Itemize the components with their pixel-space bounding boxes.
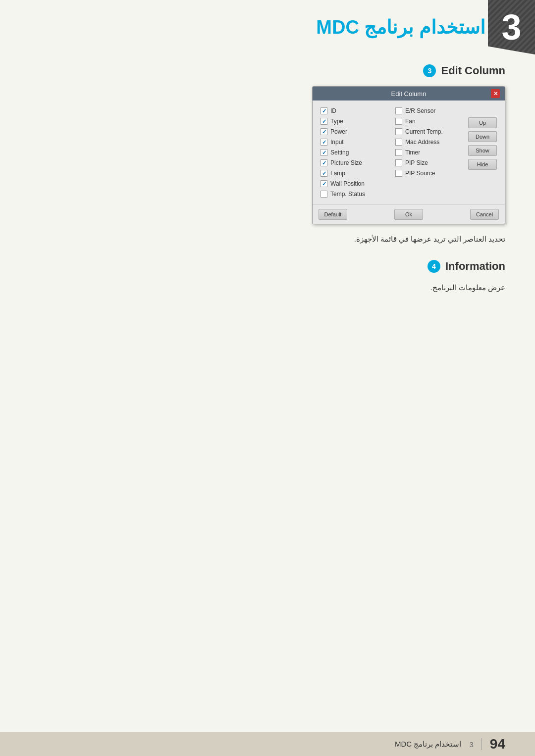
- hide-button[interactable]: Hide: [468, 159, 497, 170]
- right-column: E/R Sensor Fan Current Temp. Mac Ad: [395, 107, 463, 198]
- dialog-footer: Default Ok Cancel: [313, 204, 505, 224]
- checkbox-lamp[interactable]: Lamp: [321, 170, 388, 177]
- checkbox-er-sensor-box[interactable]: [395, 107, 402, 114]
- dialog-body: ID Type Power Input: [313, 101, 505, 202]
- dialog-title: Edit Column: [326, 90, 491, 98]
- checkbox-wall-position[interactable]: Wall Position: [321, 180, 388, 187]
- chapter-number: 3: [501, 9, 521, 45]
- checkbox-wall-position-label: Wall Position: [330, 180, 365, 187]
- footer-chapter-num: 3: [470, 740, 474, 749]
- checkbox-er-sensor-label: E/R Sensor: [405, 107, 435, 114]
- edit-column-dialog: Edit Column ✕ ID Type: [312, 86, 505, 224]
- checkbox-power-box[interactable]: [321, 128, 327, 135]
- checkbox-mac-address-label: Mac Address: [405, 139, 439, 146]
- default-button[interactable]: Default: [319, 209, 347, 220]
- dialog-close-button[interactable]: ✕: [491, 89, 500, 98]
- chapter-badge: 3: [488, 0, 535, 54]
- side-buttons: Up Down Show Hide: [468, 107, 497, 198]
- checkbox-temp-status[interactable]: Temp. Status: [321, 191, 388, 198]
- checkbox-timer-box[interactable]: [395, 149, 402, 156]
- checkbox-pip-size[interactable]: PIP Size: [395, 159, 463, 166]
- dialog-titlebar: Edit Column ✕: [313, 87, 505, 101]
- checkbox-picture-size[interactable]: Picture Size: [321, 159, 388, 166]
- checkbox-input-label: Input: [330, 139, 344, 146]
- information-description: عرض معلومات البرنامج.: [30, 282, 505, 294]
- ok-button[interactable]: Ok: [394, 209, 423, 220]
- checkbox-mac-address[interactable]: Mac Address: [395, 139, 463, 146]
- up-button[interactable]: Up: [468, 117, 497, 128]
- checkbox-fan-box[interactable]: [395, 118, 402, 125]
- left-column: ID Type Power Input: [321, 107, 388, 198]
- checkbox-fan-label: Fan: [405, 118, 416, 125]
- checkbox-type-label: Type: [330, 118, 343, 125]
- checkbox-temp-status-box[interactable]: [321, 191, 327, 198]
- checkbox-setting[interactable]: Setting: [321, 149, 388, 156]
- checkbox-input-box[interactable]: [321, 139, 327, 146]
- checkbox-id[interactable]: ID: [321, 107, 388, 114]
- checkbox-type[interactable]: Type: [321, 118, 388, 125]
- information-title: Information: [445, 260, 505, 273]
- page-footer: استخدام برنامج MDC 3 94: [0, 732, 535, 756]
- checkbox-setting-label: Setting: [330, 149, 349, 156]
- checkbox-fan[interactable]: Fan: [395, 118, 463, 125]
- checkbox-lamp-label: Lamp: [330, 170, 345, 177]
- footer-chapter-text: استخدام برنامج MDC: [395, 740, 462, 749]
- checkbox-er-sensor[interactable]: E/R Sensor: [395, 107, 463, 114]
- checkbox-power-label: Power: [330, 128, 347, 135]
- checkbox-power[interactable]: Power: [321, 128, 388, 135]
- checkbox-current-temp-label: Current Temp.: [405, 128, 443, 135]
- checkbox-id-label: ID: [330, 107, 336, 114]
- checkbox-current-temp[interactable]: Current Temp.: [395, 128, 463, 135]
- checkbox-input[interactable]: Input: [321, 139, 388, 146]
- information-section: 4 Information عرض معلومات البرنامج.: [30, 260, 505, 294]
- checkbox-mac-address-box[interactable]: [395, 139, 402, 146]
- checkbox-timer[interactable]: Timer: [395, 149, 463, 156]
- checkbox-wall-position-box[interactable]: [321, 180, 327, 187]
- checkbox-picture-size-box[interactable]: [321, 159, 327, 166]
- edit-column-title: Edit Column: [441, 64, 505, 77]
- dialog-container: Edit Column ✕ ID Type: [30, 86, 505, 224]
- checkbox-pip-size-box[interactable]: [395, 159, 402, 166]
- checkbox-lamp-box[interactable]: [321, 170, 327, 177]
- main-content: 3 Edit Column Edit Column ✕ ID: [0, 54, 535, 338]
- show-button[interactable]: Show: [468, 145, 497, 156]
- information-badge: 4: [428, 260, 440, 273]
- checkbox-setting-box[interactable]: [321, 149, 327, 156]
- checkbox-pip-size-label: PIP Size: [405, 159, 428, 166]
- dialog-columns: ID Type Power Input: [321, 107, 463, 198]
- footer-page-number: 94: [490, 736, 505, 752]
- header-title: استخدام برنامج MDC: [316, 16, 485, 38]
- checkbox-pip-source[interactable]: PIP Source: [395, 170, 463, 177]
- checkbox-type-box[interactable]: [321, 118, 327, 125]
- edit-column-description: تحديد العناصر التي تريد عرضها في قائمة ا…: [30, 233, 505, 245]
- edit-column-badge: 3: [423, 64, 436, 77]
- checkbox-current-temp-box[interactable]: [395, 128, 402, 135]
- checkbox-timer-label: Timer: [405, 149, 420, 156]
- checkbox-picture-size-label: Picture Size: [330, 159, 362, 166]
- checkbox-id-box[interactable]: [321, 107, 327, 114]
- checkbox-pip-source-box[interactable]: [395, 170, 402, 177]
- checkbox-pip-source-label: PIP Source: [405, 170, 435, 177]
- checkbox-temp-status-label: Temp. Status: [330, 191, 365, 198]
- down-button[interactable]: Down: [468, 131, 497, 142]
- footer-divider: [482, 738, 482, 750]
- cancel-button[interactable]: Cancel: [470, 209, 499, 220]
- edit-column-heading: 3 Edit Column: [30, 64, 505, 77]
- information-heading: 4 Information: [30, 260, 505, 273]
- page-header: استخدام برنامج MDC 3: [0, 0, 535, 54]
